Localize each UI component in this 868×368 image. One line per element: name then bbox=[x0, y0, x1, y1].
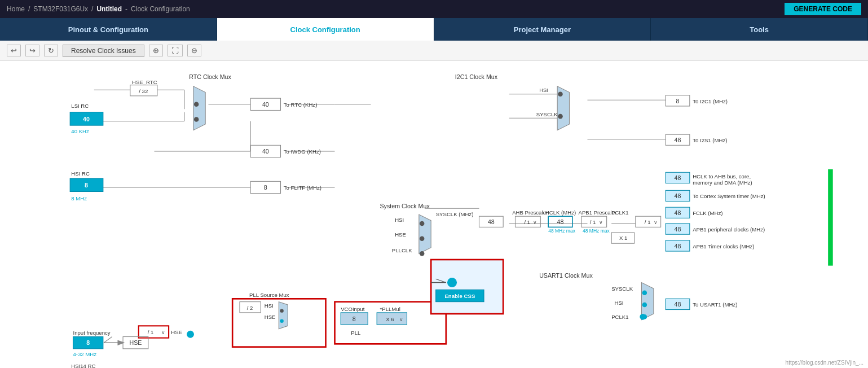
svg-text:PLLCLK: PLLCLK bbox=[392, 247, 412, 253]
tab-project[interactable]: Project Manager bbox=[434, 18, 651, 41]
nav-file[interactable]: Untitled bbox=[96, 5, 122, 13]
svg-text:To FLITF (MHz): To FLITF (MHz) bbox=[284, 185, 321, 191]
generate-code-button[interactable]: GENERATE CODE bbox=[785, 3, 861, 15]
svg-text:8: 8 bbox=[85, 182, 88, 189]
svg-text:/ 1: / 1 bbox=[590, 219, 596, 225]
svg-text:X 1: X 1 bbox=[619, 235, 627, 241]
svg-text:LSI RC: LSI RC bbox=[71, 103, 89, 109]
svg-point-106 bbox=[642, 303, 647, 308]
svg-text:To RTC (KHz): To RTC (KHz) bbox=[284, 102, 318, 108]
svg-text:/ 32: / 32 bbox=[139, 88, 148, 94]
svg-text:40: 40 bbox=[262, 101, 269, 108]
svg-text:8: 8 bbox=[264, 184, 267, 191]
svg-text:HSI: HSI bbox=[395, 217, 404, 223]
svg-text:HSE: HSE bbox=[265, 314, 276, 320]
svg-text:HCLK (MHz): HCLK (MHz) bbox=[545, 209, 576, 216]
tab-tools[interactable]: Tools bbox=[651, 18, 868, 41]
svg-text:PLL Source Mux: PLL Source Mux bbox=[249, 292, 289, 298]
svg-text:8: 8 bbox=[353, 316, 356, 322]
svg-text:8: 8 bbox=[86, 339, 90, 346]
svg-text:48: 48 bbox=[675, 192, 681, 199]
zoom-in-button[interactable]: ⊕ bbox=[149, 45, 163, 56]
clock-diagram-svg: 40 40 KHz LSI RC 8 8 MHz HSI RC / 32 HSE… bbox=[0, 61, 868, 368]
svg-point-123 bbox=[280, 319, 283, 323]
svg-text:48: 48 bbox=[675, 137, 681, 143]
svg-text:48: 48 bbox=[488, 218, 495, 225]
tab-bar: Pinout & Configuration Clock Configurati… bbox=[0, 18, 868, 41]
svg-text:8 MHz: 8 MHz bbox=[71, 195, 87, 201]
svg-text:8: 8 bbox=[676, 98, 680, 104]
svg-text:X 6: X 6 bbox=[386, 316, 394, 322]
svg-point-122 bbox=[280, 309, 283, 312]
nav-project[interactable]: STM32F031G6Ux bbox=[33, 5, 88, 13]
svg-text:HSE: HSE bbox=[395, 231, 406, 238]
svg-text:/ 1: / 1 bbox=[645, 219, 651, 225]
svg-text:48: 48 bbox=[675, 243, 681, 249]
svg-point-61 bbox=[420, 251, 425, 256]
redo-button[interactable]: ↪ bbox=[25, 45, 39, 56]
svg-text:PCLK1: PCLK1 bbox=[611, 209, 628, 216]
svg-point-60 bbox=[420, 236, 425, 241]
svg-text:To I2S1 (MHz): To I2S1 (MHz) bbox=[693, 137, 727, 143]
svg-point-47 bbox=[558, 91, 563, 97]
svg-point-128 bbox=[187, 331, 194, 338]
svg-text:48 MHz max: 48 MHz max bbox=[548, 228, 576, 234]
svg-point-35 bbox=[194, 117, 199, 122]
svg-text:∨: ∨ bbox=[599, 220, 603, 225]
svg-text:48: 48 bbox=[557, 218, 564, 225]
svg-rect-146 bbox=[431, 260, 503, 314]
svg-text:Enable CSS: Enable CSS bbox=[444, 293, 475, 299]
expand-button[interactable]: ⛶ bbox=[168, 45, 183, 56]
svg-text:/ 1: / 1 bbox=[148, 329, 154, 335]
resolve-clock-button[interactable]: Resolve Clock Issues bbox=[63, 45, 144, 57]
svg-text:48: 48 bbox=[675, 174, 681, 181]
svg-rect-159 bbox=[828, 169, 833, 266]
svg-text:To USART1 (MHz): To USART1 (MHz) bbox=[693, 301, 737, 308]
svg-point-105 bbox=[642, 290, 647, 295]
svg-text:PLL: PLL bbox=[351, 330, 361, 336]
svg-text:40: 40 bbox=[83, 116, 90, 122]
nav-view: Clock Configuration bbox=[131, 5, 190, 13]
svg-text:memory and DMA (MHz): memory and DMA (MHz) bbox=[693, 179, 752, 186]
svg-text:System Clock Mux: System Clock Mux bbox=[380, 203, 430, 209]
svg-text:48: 48 bbox=[675, 301, 681, 308]
svg-text:To IWDG (KHz): To IWDG (KHz) bbox=[284, 148, 321, 155]
svg-text:4-32 MHz: 4-32 MHz bbox=[73, 351, 97, 357]
watermark: https://blog.csdn.net/ZSIVjin_... bbox=[786, 360, 863, 366]
tab-clock[interactable]: Clock Configuration bbox=[217, 18, 434, 41]
svg-text:To I2C1 (MHz): To I2C1 (MHz) bbox=[693, 98, 728, 104]
svg-text:SYSCLK: SYSCLK bbox=[611, 286, 633, 292]
svg-text:∨: ∨ bbox=[161, 330, 165, 335]
svg-text:AHB Prescaler: AHB Prescaler bbox=[512, 209, 548, 216]
nav-dash: - bbox=[125, 5, 127, 13]
svg-text:VCOInput: VCOInput bbox=[341, 306, 364, 312]
svg-point-34 bbox=[194, 102, 199, 107]
diagram-area[interactable]: 40 40 KHz LSI RC 8 8 MHz HSI RC / 32 HSE… bbox=[0, 61, 868, 368]
svg-text:HSI: HSI bbox=[265, 303, 274, 309]
svg-text:∨: ∨ bbox=[399, 317, 403, 322]
svg-text:FCLK (MHz): FCLK (MHz) bbox=[693, 210, 722, 216]
svg-text:48: 48 bbox=[675, 209, 681, 216]
svg-text:PCLK1: PCLK1 bbox=[611, 314, 628, 320]
zoom-out-button[interactable]: ⊖ bbox=[187, 45, 201, 56]
refresh-button[interactable]: ↻ bbox=[44, 45, 58, 56]
svg-text:48 MHz max: 48 MHz max bbox=[583, 228, 610, 234]
svg-text:HSI14 RC: HSI14 RC bbox=[71, 363, 95, 368]
svg-text:*PLLMul: *PLLMul bbox=[380, 306, 400, 312]
tab-pinout[interactable]: Pinout & Configuration bbox=[0, 18, 217, 41]
svg-text:SYSCLK (MHz): SYSCLK (MHz) bbox=[436, 211, 474, 217]
svg-text:APB1 Timer clocks (MHz): APB1 Timer clocks (MHz) bbox=[693, 243, 754, 249]
svg-text:/ 2: / 2 bbox=[247, 305, 253, 311]
svg-point-48 bbox=[558, 114, 563, 119]
nav-home[interactable]: Home bbox=[7, 5, 25, 13]
svg-text:HSE_RTC: HSE_RTC bbox=[132, 79, 157, 85]
svg-text:RTC Clock Mux: RTC Clock Mux bbox=[189, 73, 231, 80]
svg-text:HCLK to AHB bus, core,: HCLK to AHB bus, core, bbox=[693, 173, 751, 179]
svg-text:48: 48 bbox=[675, 226, 681, 233]
svg-line-136 bbox=[104, 337, 112, 343]
undo-button[interactable]: ↩ bbox=[7, 45, 21, 56]
svg-text:USART1 Clock Mux: USART1 Clock Mux bbox=[539, 272, 593, 279]
top-nav: Home / STM32F031G6Ux / Untitled - Clock … bbox=[0, 0, 868, 18]
svg-text:∨: ∨ bbox=[534, 220, 537, 225]
svg-text:To Cortex System timer (MHz): To Cortex System timer (MHz) bbox=[693, 193, 765, 199]
